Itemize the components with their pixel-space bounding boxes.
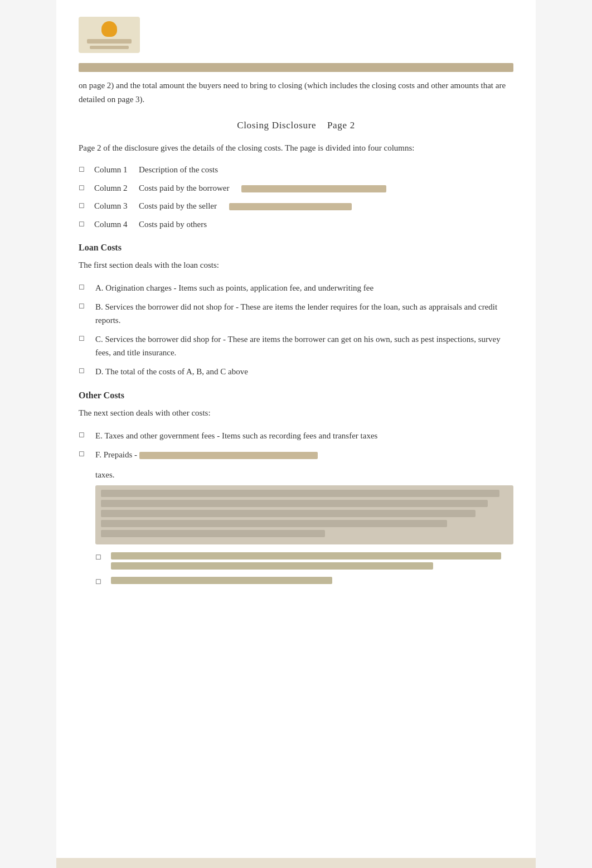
sub-redacted-1: ◻ ◻ bbox=[95, 552, 513, 587]
bullet: ◻ bbox=[79, 429, 91, 441]
list-item: ◻ C. Services the borrower did shop for … bbox=[79, 332, 513, 359]
list-item: ◻ B. Services the borrower did not shop … bbox=[79, 300, 513, 327]
bullet: ◻ bbox=[79, 182, 90, 193]
list-item: ◻ D. The total of the costs of A, B, and… bbox=[79, 365, 513, 378]
taxes-label: taxes. bbox=[95, 470, 513, 480]
intro-redacted-line bbox=[79, 63, 513, 72]
col-desc: Costs paid by others bbox=[139, 218, 513, 231]
item-text: C. Services the borrower did shop for - … bbox=[95, 332, 513, 359]
list-item: ◻ F. Prepaids - bbox=[79, 448, 513, 461]
bullet: ◻ bbox=[79, 448, 91, 460]
prepaids-redacted bbox=[139, 452, 318, 459]
logo-text-line1 bbox=[87, 39, 132, 44]
redacted-line bbox=[101, 510, 475, 517]
bullet: ◻ bbox=[95, 577, 106, 586]
col-desc: Costs paid by the seller bbox=[139, 200, 513, 213]
item-text: B. Services the borrower did not shop fo… bbox=[95, 300, 513, 327]
list-item: ◻ E. Taxes and other government fees - I… bbox=[79, 429, 513, 442]
loan-items-list: ◻ A. Origination charges - Items such as… bbox=[79, 281, 513, 378]
bullet: ◻ bbox=[79, 163, 90, 175]
col-label: Column 4 bbox=[94, 218, 139, 231]
col-label: Column 3 bbox=[94, 200, 139, 213]
item-text: D. The total of the costs of A, B, and C… bbox=[95, 365, 513, 378]
columns-list: ◻ Column 1 Description of the costs ◻ Co… bbox=[79, 163, 513, 230]
other-costs-intro: The next section deals with other costs: bbox=[79, 406, 513, 420]
intro-paragraph: on page 2) and the total amount the buye… bbox=[79, 79, 513, 107]
col-desc: Description of the costs bbox=[139, 163, 513, 176]
col-label: Column 2 bbox=[94, 182, 139, 195]
other-costs-heading: Other Costs bbox=[79, 390, 513, 401]
col2-redacted bbox=[241, 185, 386, 192]
redacted-line bbox=[101, 500, 488, 507]
bottom-bar bbox=[56, 858, 536, 868]
logo bbox=[79, 17, 140, 53]
loan-costs-intro: The first section deals with the loan co… bbox=[79, 258, 513, 272]
page-title: Closing Disclosure Page 2 bbox=[79, 120, 513, 131]
redacted-line bbox=[111, 577, 332, 584]
bullet: ◻ bbox=[79, 365, 91, 377]
logo-text-line2 bbox=[90, 46, 129, 49]
item-text: A. Origination charges - Items such as p… bbox=[95, 281, 513, 295]
prepaids-redacted-block bbox=[95, 485, 513, 544]
redacted-line bbox=[101, 530, 325, 537]
col-desc: Costs paid by the borrower bbox=[139, 182, 513, 195]
other-items-list: ◻ E. Taxes and other government fees - I… bbox=[79, 429, 513, 461]
list-item: ◻ Column 3 Costs paid by the seller bbox=[79, 200, 513, 213]
item-text: F. Prepaids - bbox=[95, 448, 513, 461]
bullet: ◻ bbox=[79, 218, 90, 229]
logo-area bbox=[79, 17, 513, 53]
bullet: ◻ bbox=[95, 552, 106, 561]
redacted-line bbox=[111, 552, 501, 560]
bullet: ◻ bbox=[79, 281, 91, 293]
bullet: ◻ bbox=[79, 332, 91, 344]
bullet: ◻ bbox=[79, 300, 91, 312]
loan-costs-heading: Loan Costs bbox=[79, 243, 513, 253]
redacted-line bbox=[101, 490, 499, 497]
page-wrapper: on page 2) and the total amount the buye… bbox=[56, 0, 536, 868]
page2-intro: Page 2 of the disclosure gives the detai… bbox=[79, 141, 513, 155]
item-text: E. Taxes and other government fees - Ite… bbox=[95, 429, 513, 442]
redacted-line bbox=[101, 520, 447, 527]
list-item: ◻ Column 1 Description of the costs bbox=[79, 163, 513, 176]
col3-redacted bbox=[229, 203, 352, 210]
col-label: Column 1 bbox=[94, 163, 139, 176]
list-item: ◻ Column 2 Costs paid by the borrower bbox=[79, 182, 513, 195]
list-item: ◻ A. Origination charges - Items such as… bbox=[79, 281, 513, 295]
bullet: ◻ bbox=[79, 200, 90, 211]
redacted-line bbox=[111, 562, 433, 570]
list-item: ◻ Column 4 Costs paid by others bbox=[79, 218, 513, 231]
logo-icon bbox=[101, 21, 117, 37]
